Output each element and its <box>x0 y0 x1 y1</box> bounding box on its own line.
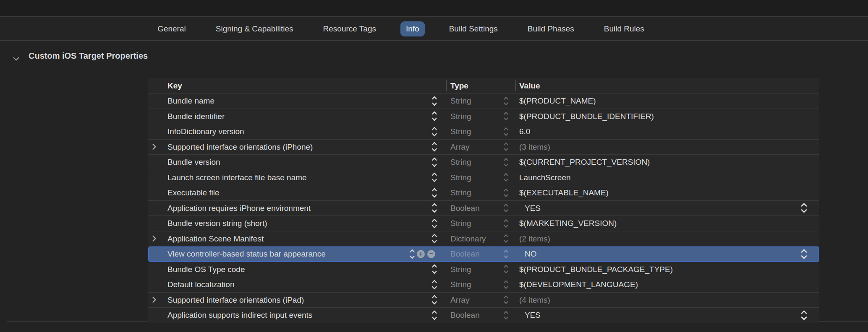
key-stepper-icon[interactable] <box>409 249 415 259</box>
table-row[interactable]: Bundle OS Type code + − String $(PRODUCT… <box>148 262 819 278</box>
property-value[interactable]: $(MARKETING_VERSION) <box>519 216 617 231</box>
column-header-value: Value <box>519 78 540 93</box>
property-type-label: String <box>450 155 471 170</box>
property-key-label: Application supports indirect input even… <box>167 308 312 323</box>
key-stepper-icon[interactable] <box>431 294 437 305</box>
remove-button[interactable]: − <box>427 250 435 258</box>
target-editor-tab-bar: GeneralSigning & CapabilitiesResource Ta… <box>0 17 868 41</box>
table-row[interactable]: View controller-based status bar appeara… <box>148 246 819 262</box>
property-value[interactable]: (3 items) <box>519 140 550 155</box>
tab-general[interactable]: General <box>152 21 191 36</box>
table-row[interactable]: Default localization + − String $(DEVELO… <box>148 277 819 293</box>
add-button[interactable]: + <box>417 250 425 258</box>
key-stepper-icon[interactable] <box>431 264 437 275</box>
type-stepper-icon[interactable] <box>503 172 509 182</box>
property-value[interactable]: $(DEVELOPMENT_LANGUAGE) <box>519 277 638 293</box>
tab-build-rules[interactable]: Build Rules <box>599 21 650 36</box>
value-dropdown-icon[interactable] <box>800 309 808 321</box>
property-key-label: Bundle identifier <box>167 109 225 124</box>
key-stepper-icon[interactable] <box>431 187 437 198</box>
column-header-key: Key <box>167 78 182 93</box>
property-key-label: Default localization <box>167 277 234 293</box>
property-value[interactable]: (2 items) <box>519 231 550 247</box>
property-key-label: View controller-based status bar appeara… <box>167 246 326 262</box>
table-row[interactable]: InfoDictionary version + − String 6.0 <box>148 124 819 140</box>
property-type-label: String <box>450 170 471 186</box>
property-type-label: String <box>450 93 471 109</box>
key-stepper-icon[interactable] <box>431 141 437 152</box>
row-disclosure-chevron-icon[interactable] <box>152 143 157 150</box>
key-stepper-icon[interactable] <box>431 233 437 244</box>
property-type-label: String <box>450 185 471 201</box>
type-stepper-icon[interactable] <box>503 264 509 274</box>
tab-resource-tags[interactable]: Resource Tags <box>318 21 382 36</box>
table-row[interactable]: Executable file + − String $(EXECUTABLE_… <box>148 185 819 201</box>
property-key-label: Supported interface orientations (iPhone… <box>167 140 313 155</box>
type-stepper-icon[interactable] <box>503 96 509 106</box>
window-toolbar <box>0 0 868 17</box>
row-disclosure-chevron-icon[interactable] <box>152 296 157 303</box>
type-stepper-icon[interactable] <box>503 203 509 213</box>
property-value[interactable]: $(PRODUCT_BUNDLE_PACKAGE_TYPE) <box>519 262 673 278</box>
key-stepper-icon[interactable] <box>431 279 437 290</box>
property-value[interactable]: YES <box>525 201 541 216</box>
type-stepper-icon[interactable] <box>503 127 509 137</box>
table-row[interactable]: Launch screen interface file base name +… <box>148 170 819 186</box>
property-type-label: String <box>450 124 471 140</box>
table-row[interactable]: Supported interface orientations (iPhone… <box>148 140 819 155</box>
tab-build-phases[interactable]: Build Phases <box>522 21 580 36</box>
type-stepper-icon[interactable] <box>503 111 509 121</box>
value-dropdown-icon[interactable] <box>800 248 808 260</box>
tab-build-settings[interactable]: Build Settings <box>444 21 503 36</box>
type-stepper-icon[interactable] <box>503 157 509 167</box>
content-bottom-divider <box>7 322 148 322</box>
section-title: Custom iOS Target Properties <box>29 51 148 61</box>
table-row[interactable]: Application supports indirect input even… <box>148 308 819 323</box>
value-dropdown-icon[interactable] <box>800 202 808 214</box>
property-type-label: Boolean <box>450 201 480 216</box>
key-stepper-icon[interactable] <box>431 218 437 229</box>
property-key-label: InfoDictionary version <box>167 124 244 140</box>
type-stepper-icon[interactable] <box>503 233 509 244</box>
section-disclosure-chevron-icon[interactable] <box>13 55 20 63</box>
property-value[interactable]: $(PRODUCT_BUNDLE_IDENTIFIER) <box>519 109 654 124</box>
property-type-label: Dictionary <box>450 231 486 247</box>
tab-info[interactable]: Info <box>400 21 425 36</box>
property-value[interactable]: YES <box>525 308 541 323</box>
table-row[interactable]: Bundle name + − String $(PRODUCT_NAME) <box>148 93 819 109</box>
key-stepper-icon[interactable] <box>431 310 437 321</box>
type-stepper-icon[interactable] <box>503 295 509 305</box>
type-stepper-icon[interactable] <box>503 218 509 228</box>
row-disclosure-chevron-icon[interactable] <box>152 235 157 242</box>
key-stepper-icon[interactable] <box>431 172 437 183</box>
column-divider <box>515 80 516 91</box>
table-row[interactable]: Application Scene Manifest + − Dictionar… <box>148 231 819 247</box>
table-row[interactable]: Application requires iPhone environment … <box>148 201 819 216</box>
property-key-label: Executable file <box>167 185 220 201</box>
table-row[interactable]: Bundle version string (short) + − String… <box>148 216 819 231</box>
type-stepper-icon[interactable] <box>503 249 509 259</box>
property-type-label: Array <box>450 293 469 308</box>
key-stepper-icon[interactable] <box>431 202 437 213</box>
table-row[interactable]: Supported interface orientations (iPad) … <box>148 293 819 308</box>
property-value[interactable]: $(CURRENT_PROJECT_VERSION) <box>519 155 650 170</box>
type-stepper-icon[interactable] <box>503 188 509 198</box>
table-row[interactable]: Bundle identifier + − String $(PRODUCT_B… <box>148 109 819 124</box>
key-stepper-icon[interactable] <box>431 157 437 168</box>
property-value[interactable]: $(EXECUTABLE_NAME) <box>519 185 609 201</box>
key-stepper-icon[interactable] <box>431 96 437 106</box>
type-stepper-icon[interactable] <box>503 142 509 152</box>
property-value[interactable]: 6.0 <box>519 124 530 140</box>
property-key-label: Bundle version string (short) <box>167 216 267 231</box>
property-value[interactable]: (4 items) <box>519 293 550 308</box>
key-stepper-icon[interactable] <box>431 111 437 122</box>
key-stepper-icon[interactable] <box>431 126 437 137</box>
property-value[interactable]: NO <box>525 246 537 262</box>
property-type-label: Array <box>450 140 469 155</box>
tab-signing-capabilities[interactable]: Signing & Capabilities <box>210 21 299 36</box>
table-row[interactable]: Bundle version + − String $(CURRENT_PROJ… <box>148 155 819 170</box>
property-value[interactable]: LaunchScreen <box>519 170 571 186</box>
type-stepper-icon[interactable] <box>503 280 509 290</box>
property-value[interactable]: $(PRODUCT_NAME) <box>519 93 596 109</box>
type-stepper-icon[interactable] <box>503 310 509 320</box>
